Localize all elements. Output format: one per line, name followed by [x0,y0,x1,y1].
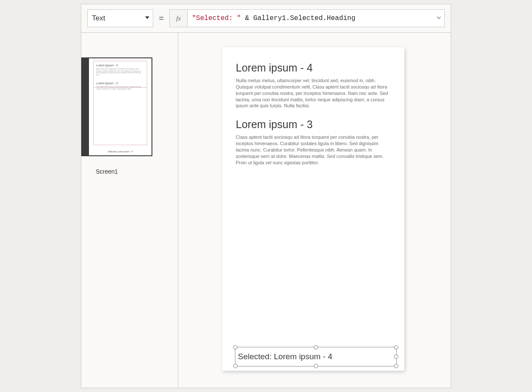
gallery-control[interactable]: Lorem ipsum - 4 Nulla metus metus, ullam… [236,62,391,175]
formula-operator: & [241,14,253,22]
expand-formula-icon[interactable] [437,16,441,21]
formula-toolbar: Text = fx "Selected: " & Gallery1.Select… [81,4,451,33]
thumb-body-1: Nulla metus metus ullamcorper vel tincid… [96,68,144,76]
formula-string-literal: "Selected: " [192,14,241,22]
gallery-body: Class aptent taciti sociosqu ad litora t… [236,134,391,166]
selected-text-label[interactable]: Selected: Lorem ipsum - 4 [235,347,397,366]
gallery-item[interactable]: Lorem ipsum - 4 Nulla metus metus, ullam… [236,62,391,109]
chevron-down-icon [144,15,150,22]
thumbnail-gallery-outline: Lorem ipsum - 4 Nulla metus metus ullamc… [93,61,147,145]
resize-handle-top-right[interactable] [394,345,398,349]
screens-panel: ... Lorem ipsum - 4 Nulla metus metus ul… [81,33,178,388]
resize-handle-mid-right[interactable] [394,355,398,359]
selected-text-value: Selected: Lorem ipsum - 4 [238,352,332,361]
workspace: ... Lorem ipsum - 4 Nulla metus metus ul… [81,33,451,388]
resize-handle-bottom-left[interactable] [233,364,237,368]
resize-handle-bottom-mid[interactable] [314,364,318,368]
thumb-body-2: Class aptent taciti sociosqu ad litora t… [96,86,144,90]
thumb-footer-label: Selected: Lorem ipsum - 4 [97,150,143,153]
resize-handle-bottom-right[interactable] [394,364,398,368]
resize-handle-top-left[interactable] [233,345,237,349]
formula-bar[interactable]: fx "Selected: " & Gallery1.Selected.Head… [169,9,445,27]
thumbnail-preview: Lorem ipsum - 4 Nulla metus metus ullamc… [89,58,152,155]
gallery-body: Nulla metus metus, ullamcorper vel, tinc… [236,77,391,109]
property-dropdown[interactable]: Text [87,9,153,27]
gallery-heading: Lorem ipsum - 4 [236,62,391,74]
thumb-heading-1: Lorem ipsum - 4 [96,64,118,67]
gallery-heading: Lorem ipsum - 3 [236,118,391,131]
fx-icon[interactable]: fx [170,10,188,27]
property-dropdown-value: Text [92,14,105,23]
screen-thumbnail[interactable]: ... Lorem ipsum - 4 Nulla metus metus ul… [81,57,152,156]
gallery-item[interactable]: Lorem ipsum - 3 Class aptent taciti soci… [236,118,391,166]
canvas-area[interactable]: Lorem ipsum - 4 Nulla metus metus, ullam… [178,33,451,388]
equals-icon: = [157,14,165,23]
formula-reference: Gallery1.Selected.Heading [253,14,355,22]
app-frame: Text = fx "Selected: " & Gallery1.Select… [81,4,451,388]
resize-handle-top-mid[interactable] [314,345,318,349]
thumb-heading-2: Lorem ipsum - 3 [96,82,118,85]
app-screen[interactable]: Lorem ipsum - 4 Nulla metus metus, ullam… [222,47,404,371]
screen-name-label[interactable]: Screen1 [96,168,118,175]
thumbnail-sidebar-strip [82,58,89,155]
formula-input[interactable]: "Selected: " & Gallery1.Selected.Heading [188,10,444,27]
more-icon[interactable]: ... [83,60,86,63]
